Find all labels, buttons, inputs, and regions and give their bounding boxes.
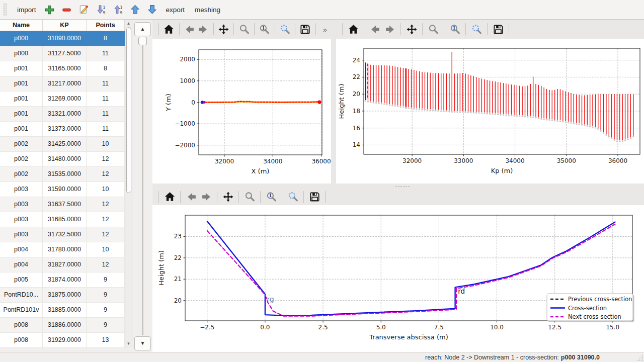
nav-zoom-fit-button[interactable] xyxy=(278,22,292,37)
table-row[interactable]: p00231480.000012 xyxy=(0,152,125,167)
table-header-points[interactable]: Points xyxy=(87,20,125,31)
svg-text:10.0: 10.0 xyxy=(490,324,504,331)
table-row[interactable]: p00431780.000010 xyxy=(0,242,125,257)
table-row[interactable]: p00331637.500012 xyxy=(0,197,125,212)
section-slider-handle[interactable] xyxy=(138,37,147,45)
table-header: Name KP Points xyxy=(0,20,125,31)
svg-text:Height (m): Height (m) xyxy=(338,84,345,119)
table-row[interactable]: p00131217.000011 xyxy=(0,76,125,92)
svg-text:18: 18 xyxy=(353,108,360,115)
nav-forward-button[interactable] xyxy=(199,190,214,205)
sort-descending-button[interactable]: 19 xyxy=(93,2,110,17)
nav-back-button[interactable] xyxy=(183,22,197,37)
add-button[interactable] xyxy=(41,2,58,17)
move-down-button[interactable] xyxy=(144,2,161,17)
table-row[interactable]: p00131321.000011 xyxy=(0,107,125,122)
nav-save-button[interactable] xyxy=(491,22,506,37)
svg-text:−1000: −1000 xyxy=(175,120,195,127)
table-row[interactable]: p00531874.00009 xyxy=(0,273,125,288)
cell-kp: 31217.0000 xyxy=(43,76,87,92)
toolbar-separator xyxy=(422,23,423,35)
nav-forward-button[interactable] xyxy=(196,22,210,37)
vertical-splitter[interactable] xyxy=(331,20,336,184)
nav-save-button[interactable] xyxy=(298,22,312,37)
nav-forward-button[interactable] xyxy=(382,22,397,37)
profile-plot-canvas[interactable]: 3200033000340003500036000141618202224Kp … xyxy=(336,39,644,184)
toolbar-overflow-button[interactable]: » xyxy=(319,25,331,34)
table-row[interactable]: p00231425.000010 xyxy=(0,137,125,152)
remove-button[interactable] xyxy=(58,2,75,17)
move-up-button[interactable] xyxy=(127,2,144,17)
toolbar-separator xyxy=(303,191,304,203)
table-row[interactable]: p00131373.000011 xyxy=(0,122,125,137)
back-icon xyxy=(369,24,381,35)
nav-pan-button[interactable] xyxy=(220,190,235,205)
nav-zoom-one-button[interactable]: 1 xyxy=(264,190,279,205)
plan-plot-canvas[interactable]: 320003400036000−2000−1000010002000X (m)Y… xyxy=(152,39,331,184)
previous-section-button[interactable]: ▲ xyxy=(134,22,151,36)
next-section-button[interactable]: ▼ xyxy=(134,336,151,350)
table-row[interactable]: p00031090.00008 xyxy=(0,31,125,46)
horizontal-splitter[interactable] xyxy=(152,184,644,189)
nav-home-button[interactable] xyxy=(346,22,361,37)
scrollbar-up-icon[interactable]: ▲ xyxy=(125,20,132,27)
table-row[interactable]: p00831929.000013 xyxy=(0,333,125,348)
minus-icon xyxy=(61,4,72,16)
arrow-down-icon xyxy=(146,4,158,16)
svg-text:20: 20 xyxy=(174,297,182,304)
cell-kp: 31535.0000 xyxy=(43,167,87,182)
table-header-kp[interactable]: KP xyxy=(43,20,87,31)
cell-name: PontRD10... xyxy=(0,288,43,303)
table-row[interactable]: PontRD101v31885.00009 xyxy=(0,303,125,318)
scrollbar-down-icon[interactable]: ▼ xyxy=(125,340,132,347)
nav-zoom-one-button[interactable]: 1 xyxy=(258,22,272,37)
table-row[interactable]: PontRD10...31875.00009 xyxy=(0,288,125,303)
table-row[interactable]: p00331685.000012 xyxy=(0,212,125,227)
nav-zoom-button[interactable] xyxy=(426,22,441,37)
toolbar-separator xyxy=(325,191,326,203)
nav-pan-button[interactable] xyxy=(404,22,419,37)
nav-zoom-one-button[interactable]: 1 xyxy=(447,22,462,37)
edit-button[interactable] xyxy=(75,2,93,17)
nav-home-button[interactable] xyxy=(162,22,176,37)
cell-points: 11 xyxy=(87,76,125,92)
meshing-button[interactable]: meshing xyxy=(190,3,225,17)
cell-points: 12 xyxy=(87,197,125,212)
cross-section-plot-canvas[interactable]: −2.50.02.55.07.510.012.515.020212223Tran… xyxy=(152,205,644,352)
svg-text:1: 1 xyxy=(452,25,456,31)
nav-zoom-fit-button[interactable] xyxy=(285,190,300,205)
scrollbar-thumb[interactable] xyxy=(126,27,131,193)
nav-save-button[interactable] xyxy=(307,190,322,205)
cell-name: p003 xyxy=(0,227,43,242)
svg-text:Kp (m): Kp (m) xyxy=(491,167,513,174)
toolbar-separator xyxy=(254,23,255,35)
splitter-grip[interactable] xyxy=(395,186,410,187)
table-row[interactable]: p00331732.500012 xyxy=(0,227,125,242)
table-row[interactable]: p00431827.000012 xyxy=(0,257,125,273)
cell-points: 11 xyxy=(87,122,125,137)
nav-back-button[interactable] xyxy=(367,22,382,37)
export-button[interactable]: export xyxy=(161,3,190,17)
cell-points: 9 xyxy=(87,318,125,333)
table-scrollbar[interactable]: ▲ ▼ xyxy=(125,20,132,348)
nav-zoom-button[interactable] xyxy=(237,22,251,37)
nav-pan-button[interactable] xyxy=(217,22,231,37)
nav-zoom-fit-button[interactable] xyxy=(469,22,484,37)
table-row[interactable]: p00331590.000010 xyxy=(0,182,125,197)
section-slider-track[interactable] xyxy=(142,40,143,335)
toolbar-drag-handle[interactable] xyxy=(3,3,7,16)
nav-home-button[interactable] xyxy=(162,190,177,205)
table-row[interactable]: p00831886.00009 xyxy=(0,318,125,333)
nav-zoom-button[interactable] xyxy=(242,190,257,205)
table-header-name[interactable]: Name xyxy=(0,20,43,31)
table-row[interactable]: p00031127.500011 xyxy=(0,46,125,61)
cell-kp: 31874.0000 xyxy=(43,273,87,288)
table-row[interactable]: p00131269.000011 xyxy=(0,92,125,107)
sort-ascending-button[interactable]: 19 xyxy=(110,2,127,17)
svg-text:21: 21 xyxy=(174,276,182,283)
table-row[interactable]: p00231535.000012 xyxy=(0,167,125,182)
cell-kp: 31590.0000 xyxy=(43,182,87,197)
import-button[interactable]: import xyxy=(12,3,41,17)
table-row[interactable]: p00131165.00008 xyxy=(0,61,125,76)
nav-back-button[interactable] xyxy=(184,190,199,205)
